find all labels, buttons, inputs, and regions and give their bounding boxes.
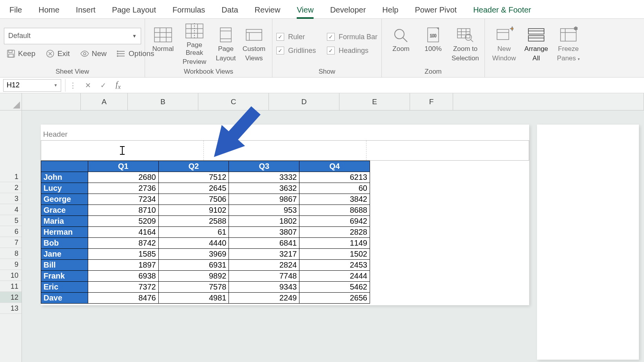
cell-name[interactable]: Dave bbox=[41, 293, 88, 304]
tab-developer[interactable]: Developer bbox=[330, 5, 366, 18]
tab-data[interactable]: Data bbox=[221, 5, 238, 18]
cell-value[interactable]: 3332 bbox=[229, 172, 299, 183]
cell-value[interactable]: 2824 bbox=[229, 260, 299, 271]
cell-value[interactable]: 4164 bbox=[88, 227, 158, 238]
cell-value[interactable]: 2736 bbox=[88, 183, 158, 194]
cell-value[interactable]: 3842 bbox=[299, 194, 370, 205]
th-q4[interactable]: Q4 bbox=[299, 161, 370, 172]
arrange-all-button[interactable]: Arrange All bbox=[521, 25, 551, 62]
freeze-panes-button[interactable]: ❄ Freeze Panes ▾ bbox=[553, 25, 584, 62]
cell-value[interactable]: 3217 bbox=[229, 249, 299, 260]
cell-value[interactable]: 1149 bbox=[299, 238, 370, 249]
tab-header-footer[interactable]: Header & Footer bbox=[473, 5, 531, 18]
cell-value[interactable]: 61 bbox=[158, 227, 229, 238]
cell-value[interactable]: 5462 bbox=[299, 282, 370, 293]
col-header-B[interactable]: B bbox=[128, 93, 198, 110]
cell-name[interactable]: Herman bbox=[41, 227, 88, 238]
cell-value[interactable]: 2656 bbox=[299, 293, 370, 304]
page-layout-button[interactable]: Page Layout bbox=[212, 25, 240, 62]
cell-value[interactable]: 4440 bbox=[158, 238, 229, 249]
row-header-7[interactable]: 7 bbox=[0, 237, 22, 248]
cell-value[interactable]: 9343 bbox=[229, 282, 299, 293]
header-left-box[interactable] bbox=[41, 141, 204, 160]
cell-name[interactable]: John bbox=[41, 172, 88, 183]
formula-input[interactable] bbox=[121, 79, 644, 92]
headings-checkbox[interactable]: ✓Headings bbox=[327, 47, 377, 55]
cell-value[interactable]: 6841 bbox=[229, 238, 299, 249]
col-header-A[interactable]: A bbox=[81, 93, 128, 110]
cell-value[interactable]: 6213 bbox=[299, 172, 370, 183]
tab-review[interactable]: Review bbox=[255, 5, 281, 18]
th-q1[interactable]: Q1 bbox=[88, 161, 158, 172]
custom-views-button[interactable]: Custom Views bbox=[240, 25, 268, 62]
cell-name[interactable]: Bob bbox=[41, 238, 88, 249]
row-header-5[interactable]: 5 bbox=[0, 215, 22, 226]
cell-value[interactable]: 2588 bbox=[158, 216, 229, 227]
tab-home[interactable]: Home bbox=[38, 5, 59, 18]
cell-value[interactable]: 8710 bbox=[88, 205, 158, 216]
cell-value[interactable]: 7512 bbox=[158, 172, 229, 183]
row-header-3[interactable]: 3 bbox=[0, 193, 22, 204]
cell-value[interactable]: 1585 bbox=[88, 249, 158, 260]
cell-value[interactable]: 1802 bbox=[229, 216, 299, 227]
tab-formulas[interactable]: Formulas bbox=[172, 5, 205, 18]
cell-value[interactable]: 3969 bbox=[158, 249, 229, 260]
cell-value[interactable]: 9867 bbox=[229, 194, 299, 205]
row-header-9[interactable]: 9 bbox=[0, 259, 22, 270]
cell-name[interactable]: Jane bbox=[41, 249, 88, 260]
cell-value[interactable]: 1897 bbox=[88, 260, 158, 271]
exit-button[interactable]: Exit bbox=[43, 47, 72, 60]
cell-value[interactable]: 3632 bbox=[229, 183, 299, 194]
row-header-10[interactable]: 10 bbox=[0, 270, 22, 281]
row-header-6[interactable]: 6 bbox=[0, 226, 22, 237]
select-all-corner[interactable] bbox=[0, 93, 22, 110]
cell-value[interactable]: 2444 bbox=[299, 271, 370, 282]
cell-value[interactable]: 6942 bbox=[299, 216, 370, 227]
cell-name[interactable]: Maria bbox=[41, 216, 88, 227]
zoom-button[interactable]: Zoom bbox=[386, 25, 416, 62]
cancel-icon[interactable]: ✕ bbox=[85, 81, 91, 90]
sheet-view-dropdown[interactable]: Default ▼ bbox=[4, 28, 141, 44]
col-header-E[interactable]: E bbox=[339, 93, 410, 110]
cell-name[interactable]: Bill bbox=[41, 260, 88, 271]
row-header-4[interactable]: 4 bbox=[0, 204, 22, 215]
fx-icon[interactable]: fx bbox=[116, 80, 121, 91]
formula-bar-checkbox[interactable]: ✓Formula Bar bbox=[327, 33, 377, 41]
gridlines-checkbox[interactable]: ✓Gridlines bbox=[276, 47, 316, 55]
cell-value[interactable]: 5209 bbox=[88, 216, 158, 227]
cell-value[interactable]: 2249 bbox=[229, 293, 299, 304]
cell-value[interactable]: 4981 bbox=[158, 293, 229, 304]
keep-button[interactable]: Keep bbox=[4, 47, 38, 60]
row-header-11[interactable]: 11 bbox=[0, 281, 22, 292]
row-header-8[interactable]: 8 bbox=[0, 248, 22, 259]
cell-value[interactable]: 7748 bbox=[229, 271, 299, 282]
cell-value[interactable]: 3807 bbox=[229, 227, 299, 238]
normal-view-button[interactable]: Normal bbox=[149, 25, 177, 62]
tab-file[interactable]: File bbox=[9, 5, 22, 18]
col-header-F[interactable]: F bbox=[410, 93, 453, 110]
th-blank[interactable] bbox=[41, 161, 88, 172]
ruler-checkbox[interactable]: ✓Ruler bbox=[276, 33, 316, 41]
accept-icon[interactable]: ✓ bbox=[100, 81, 106, 90]
cell-name[interactable]: Frank bbox=[41, 271, 88, 282]
cell-name[interactable]: Lucy bbox=[41, 183, 88, 194]
tab-help[interactable]: Help bbox=[382, 5, 398, 18]
cell-value[interactable]: 7234 bbox=[88, 194, 158, 205]
page-break-preview-button[interactable]: Page Break Preview bbox=[177, 22, 212, 66]
cell-value[interactable]: 60 bbox=[299, 183, 370, 194]
cell-value[interactable]: 8742 bbox=[88, 238, 158, 249]
tab-view[interactable]: View bbox=[297, 5, 314, 18]
cell-value[interactable]: 2828 bbox=[299, 227, 370, 238]
cell-name[interactable]: Eric bbox=[41, 282, 88, 293]
zoom-to-selection-button[interactable]: Zoom to Selection bbox=[450, 25, 481, 62]
row-header-12[interactable]: 12 bbox=[0, 292, 22, 303]
new-window-button[interactable]: ✦ New Window bbox=[489, 25, 519, 62]
cell-value[interactable]: 7578 bbox=[158, 282, 229, 293]
row-header-1[interactable]: 1 bbox=[0, 171, 22, 182]
row-header-13[interactable]: 13 bbox=[0, 303, 22, 314]
cell-value[interactable]: 2680 bbox=[88, 172, 158, 183]
cell-name[interactable]: George bbox=[41, 194, 88, 205]
dots-icon[interactable]: ⋮ bbox=[69, 81, 76, 90]
cell-value[interactable]: 6931 bbox=[158, 260, 229, 271]
cell-value[interactable]: 2453 bbox=[299, 260, 370, 271]
